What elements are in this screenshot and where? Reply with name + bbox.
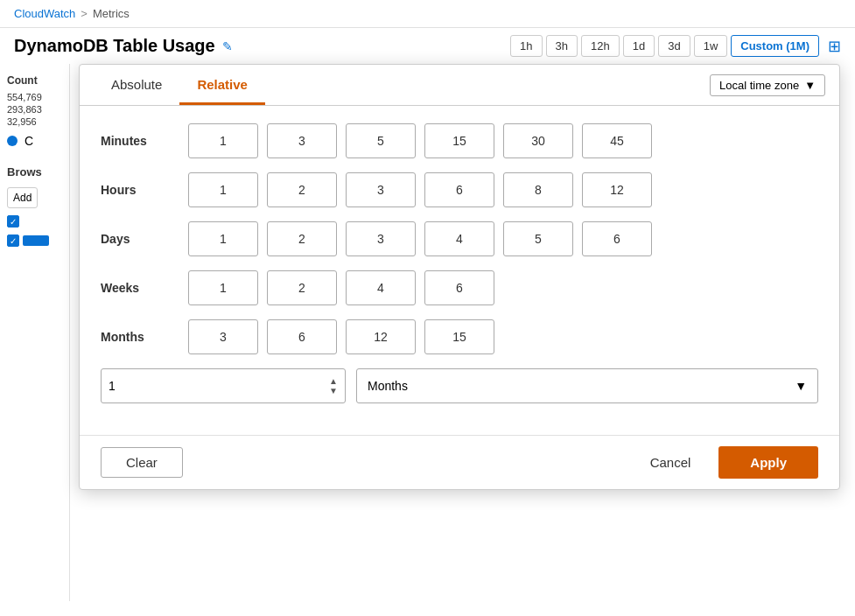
days-cells: 1 2 3 4 5 6: [188, 221, 652, 256]
layout: Count 554,769 293,863 32,956 C Brows Add…: [0, 64, 855, 601]
days-row: Days 1 2 3 4 5 6: [101, 221, 818, 256]
spinner-up[interactable]: ▲: [329, 377, 338, 386]
cloudwatch-link[interactable]: CloudWatch: [14, 7, 75, 20]
months-6[interactable]: 6: [267, 319, 337, 354]
unit-dropdown[interactable]: Months ▼: [356, 368, 818, 403]
weeks-row: Weeks 1 2 4 6: [101, 270, 818, 305]
top-bar: CloudWatch > Metrics: [0, 0, 855, 28]
page-background: CloudWatch > Metrics DynamoDB Table Usag…: [0, 0, 855, 616]
time-btn-12h[interactable]: 12h: [581, 35, 620, 57]
days-5[interactable]: 5: [503, 221, 573, 256]
cancel-button[interactable]: Cancel: [633, 448, 709, 477]
count-label: Count: [7, 74, 62, 87]
footer-right: Cancel Apply: [633, 446, 818, 479]
minutes-15[interactable]: 15: [424, 123, 494, 158]
months-3[interactable]: 3: [188, 319, 258, 354]
add-button[interactable]: Add: [7, 187, 38, 208]
time-btn-custom[interactable]: Custom (1M): [731, 35, 819, 57]
weeks-6[interactable]: 6: [424, 270, 494, 305]
time-btn-3d[interactable]: 3d: [658, 35, 690, 57]
minutes-label: Minutes: [101, 134, 188, 148]
tab-relative[interactable]: Relative: [179, 65, 265, 105]
weeks-cells: 1 2 4 6: [188, 270, 494, 305]
minutes-45[interactable]: 45: [582, 123, 652, 158]
modal-footer: Clear Cancel Apply: [80, 435, 839, 489]
unit-dropdown-icon: ▼: [795, 379, 807, 393]
relative-time-modal: Absolute Relative Local time zone ▼ Minu…: [79, 64, 840, 490]
months-label: Months: [101, 330, 188, 344]
hours-1[interactable]: 1: [188, 172, 258, 207]
months-12[interactable]: 12: [346, 319, 416, 354]
metrics-text: Metrics: [93, 7, 130, 20]
months-15[interactable]: 15: [424, 319, 494, 354]
minutes-cells: 1 3 5 15 30 45: [188, 123, 652, 158]
days-2[interactable]: 2: [267, 221, 337, 256]
page-title: DynamoDB Table Usage: [14, 36, 215, 56]
timezone-dropdown-icon: ▼: [804, 79, 816, 92]
custom-row: ▲ ▼ Months ▼: [101, 368, 818, 403]
clear-button[interactable]: Clear: [101, 447, 183, 478]
months-cells: 3 6 12 15: [188, 319, 494, 354]
minutes-5[interactable]: 5: [346, 123, 416, 158]
hours-6[interactable]: 6: [424, 172, 494, 207]
browse-label: Brows: [7, 165, 62, 178]
time-btn-1h[interactable]: 1h: [510, 35, 542, 57]
hours-cells: 1 2 3 6 8 12: [188, 172, 652, 207]
checkbox-row-1: ✓: [7, 215, 62, 228]
days-1[interactable]: 1: [188, 221, 258, 256]
checkbox-2[interactable]: ✓: [7, 234, 19, 247]
months-row: Months 3 6 12 15: [101, 319, 818, 354]
timezone-select[interactable]: Local time zone ▼: [710, 74, 825, 96]
spinner-arrows: ▲ ▼: [329, 377, 338, 396]
weeks-1[interactable]: 1: [188, 270, 258, 305]
breadcrumb: CloudWatch > Metrics: [14, 7, 130, 20]
edit-icon[interactable]: ✎: [222, 39, 233, 53]
main-content: Absolute Relative Local time zone ▼ Minu…: [70, 64, 855, 601]
weeks-2[interactable]: 2: [267, 270, 337, 305]
days-6[interactable]: 6: [582, 221, 652, 256]
hours-2[interactable]: 2: [267, 172, 337, 207]
days-3[interactable]: 3: [346, 221, 416, 256]
legend-label: C: [25, 134, 33, 148]
title-row: DynamoDB Table Usage ✎ 1h 3h 12h 1d 3d 1…: [0, 28, 855, 64]
minutes-3[interactable]: 3: [267, 123, 337, 158]
legend-dot: [7, 136, 18, 146]
grid-icon[interactable]: ⊞: [828, 37, 841, 56]
left-panel: Count 554,769 293,863 32,956 C Brows Add…: [0, 64, 70, 601]
time-btn-1w[interactable]: 1w: [694, 35, 728, 57]
time-btn-3h[interactable]: 3h: [546, 35, 578, 57]
time-btn-1d[interactable]: 1d: [623, 35, 655, 57]
value-1: 554,769: [7, 92, 62, 102]
hours-12[interactable]: 12: [582, 172, 652, 207]
custom-number-input[interactable]: [109, 379, 329, 393]
unit-dropdown-label: Months: [368, 379, 408, 393]
spinner-down[interactable]: ▼: [329, 387, 338, 396]
breadcrumb-sep: >: [81, 7, 88, 20]
hours-8[interactable]: 8: [503, 172, 573, 207]
color-swatch: [23, 235, 49, 246]
time-buttons-group: 1h 3h 12h 1d 3d 1w Custom (1M) ⊞: [510, 35, 841, 57]
minutes-row: Minutes 1 3 5 15 30 45: [101, 123, 818, 158]
minutes-30[interactable]: 30: [503, 123, 573, 158]
timezone-label: Local time zone: [719, 79, 799, 92]
apply-button[interactable]: Apply: [718, 446, 818, 479]
hours-row: Hours 1 2 3 6 8 12: [101, 172, 818, 207]
legend-row: C: [7, 134, 62, 148]
tabs-left: Absolute Relative: [94, 65, 265, 105]
checkbox-row-2: ✓: [7, 234, 62, 247]
minutes-1[interactable]: 1: [188, 123, 258, 158]
value-2: 293,863: [7, 104, 62, 115]
custom-number-wrapper: ▲ ▼: [101, 368, 346, 403]
days-label: Days: [101, 232, 188, 246]
modal-body: Minutes 1 3 5 15 30 45 Hours: [80, 106, 839, 435]
weeks-label: Weeks: [101, 281, 188, 295]
hours-3[interactable]: 3: [346, 172, 416, 207]
weeks-4[interactable]: 4: [346, 270, 416, 305]
tab-absolute[interactable]: Absolute: [94, 65, 179, 105]
modal-tabs: Absolute Relative Local time zone ▼: [80, 65, 839, 106]
value-3: 32,956: [7, 116, 62, 127]
hours-label: Hours: [101, 183, 188, 197]
days-4[interactable]: 4: [424, 221, 494, 256]
checkbox-1[interactable]: ✓: [7, 215, 19, 228]
